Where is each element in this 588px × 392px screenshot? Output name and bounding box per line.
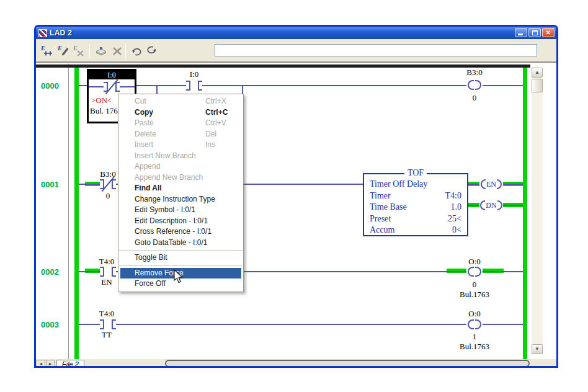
rung-number-divider	[68, 64, 69, 359]
menu-item-edit-symbol[interactable]: Edit Symbol - I:0/1	[118, 205, 243, 216]
edit-toolbar: E E E	[36, 39, 556, 62]
rung3-output-coil[interactable]	[466, 319, 483, 330]
accept-edits-stamp-icon[interactable]	[93, 43, 109, 58]
rung2-contact1-xic[interactable]	[100, 266, 116, 277]
force-cycle-icon[interactable]	[128, 43, 144, 58]
rung-number-0000[interactable]: 0000	[41, 81, 66, 91]
menu-separator	[119, 250, 243, 251]
scroll-down-button[interactable]: ▼	[532, 344, 543, 354]
rung0-coil-address: B3:0	[456, 68, 493, 78]
maximize-button[interactable]	[528, 28, 541, 37]
bottom-tab-strip: ◄ ► File 2	[36, 359, 556, 366]
menu-item-goto-datatable[interactable]: Goto DataTable - I:0/1	[118, 238, 243, 249]
context-menu: CutCtrl+X CopyCtrl+C PasteCtrl+V DeleteD…	[118, 94, 244, 292]
tof-timebase-value: 1.0	[451, 202, 462, 213]
menu-item-copy[interactable]: CopyCtrl+C	[118, 107, 243, 118]
rung-number-0001[interactable]: 0001	[41, 180, 66, 189]
lad2-window: LAD 2 ✕ E E E	[34, 25, 558, 368]
tof-timer-value: T4:0	[445, 190, 461, 202]
tof-title: TOF	[404, 168, 427, 178]
rung0-contact2-xic[interactable]	[186, 80, 202, 91]
toolbar-separator	[125, 44, 126, 58]
window-titlebar[interactable]: LAD 2 ✕	[36, 27, 556, 39]
minimize-button[interactable]	[515, 28, 527, 37]
rung0-contact2-address: I:0	[182, 69, 207, 79]
rung2-contact1-bit: EN	[93, 277, 120, 287]
tof-timebase-label: Time Base	[370, 202, 407, 213]
rung-number-0002[interactable]: 0002	[41, 267, 66, 277]
menu-item-toggle-bit[interactable]: Toggle Bit	[118, 252, 243, 264]
tof-preset-value: 25<	[448, 213, 461, 225]
rung3-wire	[79, 324, 523, 325]
menu-item-append-new-branch[interactable]: Append New Branch	[118, 172, 243, 184]
svg-text:E: E	[40, 45, 45, 51]
rung3-contact1-xic[interactable]	[100, 319, 116, 330]
scroll-up-button[interactable]: ▲	[532, 68, 543, 78]
menu-item-append[interactable]: Append	[118, 161, 243, 172]
rung3-coil-address: O:0	[456, 309, 493, 319]
menu-shortcut: Ins	[205, 140, 215, 151]
tof-timer-block[interactable]: TOF Timer Off Delay TimerT4:0 Time Base1…	[363, 173, 468, 236]
menu-item-cut[interactable]: CutCtrl+X	[118, 96, 243, 107]
tab-scroll-right-button[interactable]: ►	[46, 360, 55, 366]
menu-item-delete[interactable]: DeleteDel	[118, 129, 243, 140]
minimize-icon	[518, 33, 523, 35]
rung2-coil-desc: Bul.1763	[453, 290, 496, 300]
rung0-contact1-symbol	[104, 81, 120, 92]
rung-number-0003[interactable]: 0003	[41, 320, 66, 329]
rung3-contact1-address: T4:0	[93, 309, 120, 319]
menu-item-insert-new-branch[interactable]: Insert New Branch	[118, 151, 243, 162]
rung0-contact1-desc: Bul. 1763	[90, 106, 122, 116]
close-button[interactable]: ✕	[542, 28, 555, 37]
edit-pencil-icon[interactable]: E	[56, 43, 72, 58]
toolbar-separator	[89, 44, 90, 58]
rung0-contact1-force-flag: >ON<	[91, 96, 112, 105]
tof-en-label: EN	[486, 179, 497, 189]
rung0-branch-tick-2	[242, 85, 243, 94]
svg-text:E: E	[73, 45, 78, 51]
menu-item-paste[interactable]: PasteCtrl+V	[118, 118, 243, 129]
rung3-coil-desc: Bul.1763	[453, 342, 496, 352]
rung2-coil-address: O:0	[456, 257, 493, 267]
menu-shortcut: Del	[205, 129, 216, 140]
tof-dn-output: DN	[479, 199, 503, 211]
instruction-entry-input[interactable]	[215, 44, 537, 56]
tof-name: Timer Off Delay	[370, 179, 427, 190]
horizontal-scrollbar[interactable]	[165, 360, 530, 366]
maximize-icon	[532, 30, 538, 35]
file-tab[interactable]: File 2	[56, 360, 84, 366]
tab-scroll-left-button[interactable]: ◄	[37, 360, 45, 366]
menu-shortcut: Ctrl+C	[205, 107, 228, 118]
svg-text:E: E	[57, 45, 62, 51]
rung0-wire	[79, 85, 523, 86]
window-title: LAD 2	[50, 29, 72, 37]
menu-item-insert[interactable]: InsertIns	[118, 140, 243, 151]
cancel-edits-x-icon[interactable]	[109, 43, 125, 58]
menu-item-cross-reference[interactable]: Cross Reference - I:0/1	[118, 226, 243, 238]
right-power-rail	[523, 68, 527, 359]
rung1-contact1-xio[interactable]	[100, 179, 116, 190]
force-cycle-icon-2[interactable]	[144, 43, 159, 58]
rung0-output-coil[interactable]	[466, 79, 483, 91]
vertical-scrollbar[interactable]: ▲ ▼	[532, 68, 543, 354]
rung3-contact1-bit: TT	[93, 330, 120, 340]
screenshot-stage: LAD 2 ✕ E E E	[0, 0, 588, 392]
rung2-contact1-address: T4:0	[93, 257, 120, 267]
scrollbar-thumb[interactable]	[532, 79, 543, 92]
menu-separator	[119, 265, 243, 266]
menu-item-change-instruction-type[interactable]: Change Instruction Type	[118, 194, 243, 205]
menu-item-find-all[interactable]: Find All	[118, 183, 243, 194]
rung0-coil-bit: 0	[456, 93, 493, 103]
rung0-branch-tick-1	[156, 85, 158, 94]
edit-rung-icon[interactable]: E	[40, 43, 55, 58]
tof-dn-label: DN	[485, 200, 497, 210]
edit-cancel-icon[interactable]: E	[72, 43, 87, 58]
rung3-coil-bit: 1	[456, 332, 493, 342]
tof-accum-label: Accum	[370, 225, 394, 236]
tof-preset-label: Preset	[370, 213, 391, 225]
rung2-output-coil[interactable]	[466, 266, 483, 277]
rung2-coil-bit: 0	[456, 280, 493, 290]
menu-item-edit-description[interactable]: Edit Description - I:0/1	[118, 216, 243, 227]
tof-accum-value: 0<	[452, 225, 461, 236]
tof-en-output: EN	[479, 178, 503, 190]
